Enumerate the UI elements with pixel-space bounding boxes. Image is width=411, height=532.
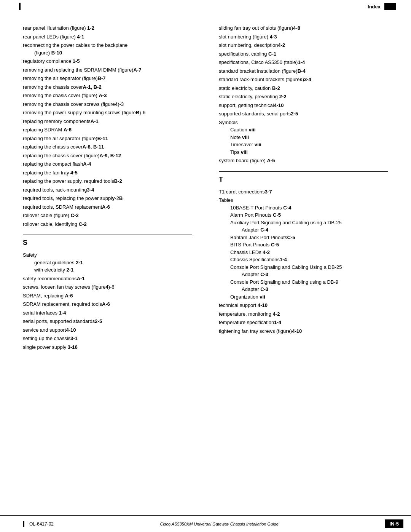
page-ref: y — [112, 195, 115, 201]
page-ref: 2-2 — [279, 94, 287, 99]
index-term: single power supply 3-16 — [23, 343, 192, 351]
index-sub-term: (figure) B-10 — [23, 49, 192, 57]
page-ref: C-3 — [260, 272, 268, 277]
index-term: slot numbering, description4-2 — [219, 42, 388, 49]
page-ref: 4 — [115, 101, 118, 107]
page-ref: A-1 — [77, 276, 85, 281]
list-item: required tools, SDRAM replacementA-6 — [23, 203, 192, 211]
index-sub-term: Auxiliary Port Signaling and Cabling usi… — [219, 219, 388, 227]
index-term: replacing the air separator (figure)B-11 — [23, 135, 192, 142]
page-ref: B — [119, 195, 123, 201]
index-term: Symbols — [219, 119, 388, 126]
page-ref: C-1 — [268, 51, 276, 57]
index-term: removing the chassis coverA-1, B-2 — [23, 83, 192, 91]
list-item: rollover cable, identifying C-2 — [23, 220, 192, 228]
list-item: SDRAM, replacing A-6 — [23, 292, 192, 300]
footer-page-number: IN-5 — [385, 519, 403, 528]
list-item: serial interfaces 1-4 — [23, 309, 192, 317]
list-item: slot numbering, description4-2 — [219, 42, 388, 49]
list-item: removing and replacing the SDRAM DIMM (f… — [23, 66, 192, 74]
page-ref: B-11 — [97, 136, 108, 141]
index-term: T1 card, connections3-7 — [219, 188, 388, 196]
page-ref: A-1, B-2 — [83, 84, 102, 90]
list-item: single power supply 3-16 — [23, 343, 192, 351]
index-sub-term: Caution viii — [219, 126, 388, 134]
page-ref: 4-10 — [258, 302, 268, 308]
page-ref: A-3 — [99, 93, 107, 98]
index-term: required tools, rack-mounting3-4 — [23, 186, 192, 194]
index-term: standard bracket installation (figure)B-… — [219, 67, 388, 75]
list-item: replacing the fan tray 4-5 — [23, 169, 192, 177]
index-term: Tables — [219, 197, 388, 204]
list-item: supported standards, serial ports2-5 — [219, 110, 388, 118]
index-term: serial ports, supported standards2-5 — [23, 318, 192, 325]
list-item: required tools, replacing the power supp… — [23, 195, 192, 202]
page-ref: 4-2 — [263, 249, 270, 255]
page-ref: C-2 — [71, 212, 79, 218]
list-item: replacing the chassis cover (figure)A-9,… — [23, 152, 192, 160]
index-sub-term: with electricity 2-1 — [23, 266, 192, 274]
index-sub-term: Chassis Specifications1-4 — [219, 256, 388, 264]
page-ref: 4-2 — [273, 311, 280, 317]
index-term: replacing SDRAM A-6 — [23, 126, 192, 134]
index-term: screws, loosen fan tray screws (figure4)… — [23, 283, 192, 291]
page-ref: B-4 — [298, 68, 306, 74]
index-term: serial interfaces 1-4 — [23, 309, 192, 317]
page-ref: 4-3 — [270, 34, 277, 40]
index-term: replacing the fan tray 4-5 — [23, 169, 192, 177]
index-sub-term: Organization vii — [219, 293, 388, 301]
list-item: Symbols Caution viii Note viii Timesaver… — [219, 119, 388, 156]
header-index-label: Index — [368, 4, 381, 10]
list-item: replacing memory componentsA-1 — [23, 118, 192, 125]
page-ref: A-6 — [102, 204, 110, 210]
page-ref: A-7 — [133, 67, 141, 73]
index-sub-term: Note viii — [219, 134, 388, 141]
page-ref: 1-5 — [73, 58, 80, 64]
index-term: system board (figure) A-5 — [219, 157, 388, 165]
list-item: setting up the chassis3-1 — [23, 335, 192, 342]
index-sub-term: Console Port Signaling and Cabling using… — [219, 278, 388, 286]
list-item: reconnecting the power cables to the bac… — [23, 42, 192, 56]
page-ref: viii — [249, 127, 255, 133]
page-ref: C-3 — [260, 286, 268, 292]
index-term: temperature specification1-4 — [219, 319, 388, 326]
index-term: standard rack-mount brackets (figures)3-… — [219, 76, 388, 83]
index-term: replacing the chassis cover (figure)A-9,… — [23, 152, 192, 160]
list-item: service and support4-10 — [23, 326, 192, 334]
left-column: rear panel illustration (figure) 1-2 rea… — [23, 24, 200, 352]
list-item: screws, loosen fan tray screws (figure4)… — [23, 283, 192, 291]
section-s-label: S — [23, 239, 192, 247]
page-header: Index — [0, 0, 411, 13]
page-ref: 2-1 — [67, 267, 74, 273]
page-ref: 1-4 — [280, 257, 287, 262]
list-item: static electricity, caution B-2 — [219, 85, 388, 92]
index-term: service and support4-10 — [23, 326, 192, 334]
page-ref: 1-4 — [274, 320, 281, 325]
index-term: reconnecting the power cables to the bac… — [23, 42, 192, 49]
index-term: rollover cable (figure) C-2 — [23, 212, 192, 219]
index-term: technical support 4-10 — [219, 302, 388, 309]
page-ref: C-5 — [287, 235, 295, 240]
page-ref: B-2 — [272, 85, 280, 91]
list-item: static electricity, preventing 2-2 — [219, 93, 388, 101]
index-sub-term: BITS Port Pinouts C-5 — [219, 241, 388, 249]
list-item: removing the chassis coverA-1, B-2 — [23, 83, 192, 91]
index-term: safety recommendationsA-1 — [23, 275, 192, 283]
index-term: removing the power supply mounting screw… — [23, 109, 192, 117]
page-ref: viii — [242, 134, 249, 140]
page-ref: viii — [255, 142, 261, 147]
page-ref: A-6 — [102, 301, 110, 307]
page-ref: B — [136, 110, 139, 115]
index-sub-sub-term: Adapter C-3 — [219, 286, 388, 293]
page-ref: B-10 — [51, 50, 62, 56]
right-column: sliding fan tray out of slots (figure)4-… — [215, 24, 388, 352]
index-term: static electricity, preventing 2-2 — [219, 93, 388, 101]
index-term: SDRAM, replacing A-6 — [23, 292, 192, 300]
page-ref: vii — [260, 294, 265, 300]
index-term: required tools, SDRAM replacementA-6 — [23, 203, 192, 211]
index-sub-sub-term: Adapter C-4 — [219, 226, 388, 234]
section-t-label: T — [219, 176, 388, 184]
index-term: specifications, cabling C-1 — [219, 50, 388, 58]
list-item: removing the chassis cover screws (figur… — [23, 101, 192, 108]
list-item: T1 card, connections3-7 — [219, 188, 388, 196]
